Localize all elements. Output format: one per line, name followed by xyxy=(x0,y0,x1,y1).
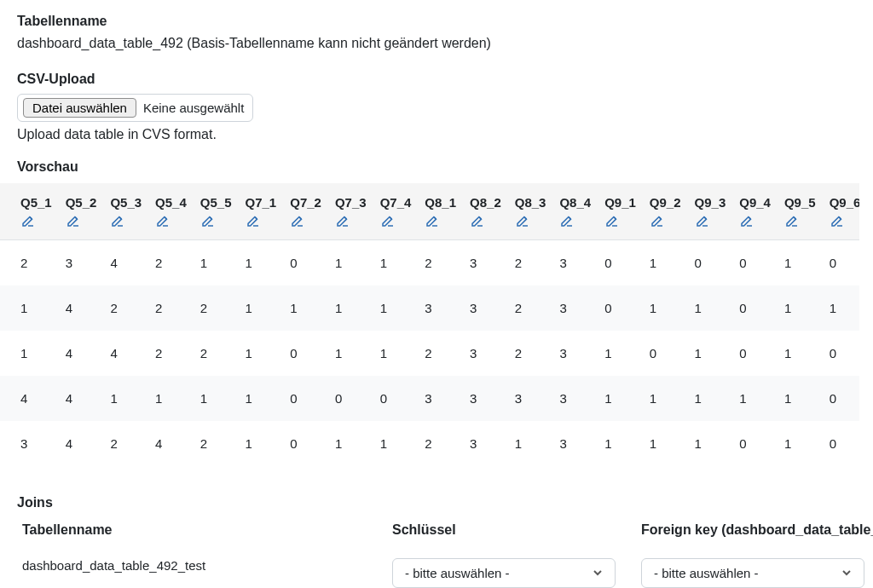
column-header: Q5_5 xyxy=(194,183,239,240)
table-cell: 1 xyxy=(328,285,373,331)
table-cell: 1 xyxy=(239,285,284,331)
table-cell: 2 xyxy=(103,421,148,466)
table-cell: 3 xyxy=(508,376,553,421)
table-cell: 1 xyxy=(328,240,373,286)
foreign-key-select-value: - bitte auswählen - xyxy=(654,566,759,580)
table-cell: 0 xyxy=(328,376,373,421)
column-header: Q8_4 xyxy=(552,183,598,240)
csv-upload-section: CSV-Upload Datei auswählen Keine ausgewä… xyxy=(17,72,859,142)
table-cell: 3 xyxy=(552,376,598,421)
csv-upload-heading: CSV-Upload xyxy=(17,72,859,87)
table-cell: 2 xyxy=(508,285,553,331)
edit-icon[interactable] xyxy=(739,213,771,231)
edit-icon[interactable] xyxy=(784,213,816,231)
table-cell: 3 xyxy=(463,376,508,421)
table-row: 234211011232301001000113 xyxy=(0,240,859,286)
joins-header-tablename: Tabellenname xyxy=(17,516,367,548)
column-header-label: Q9_4 xyxy=(739,195,771,210)
table-cell: 1 xyxy=(328,331,373,376)
table-cell: 2 xyxy=(418,240,463,286)
table-cell: 1 xyxy=(373,421,419,466)
edit-icon[interactable] xyxy=(290,213,321,231)
table-cell: 0 xyxy=(732,421,778,466)
table-cell: 1 xyxy=(239,376,284,421)
table-cell: 3 xyxy=(552,421,598,466)
table-cell: 3 xyxy=(552,331,598,376)
joins-row-tablename: dashboard_data_table_492_test xyxy=(17,548,367,588)
column-header-label: Q9_1 xyxy=(604,195,636,210)
table-cell: 0 xyxy=(732,285,778,331)
table-cell: 1 xyxy=(194,376,239,421)
key-select[interactable]: - bitte auswählen - xyxy=(392,558,616,588)
table-cell: 2 xyxy=(194,285,239,331)
table-cell: 0 xyxy=(643,331,688,376)
column-header-label: Q5_1 xyxy=(20,195,52,210)
column-header-label: Q9_3 xyxy=(695,195,726,210)
edit-icon[interactable] xyxy=(830,213,859,231)
table-cell: 3 xyxy=(0,421,59,466)
edit-icon[interactable] xyxy=(515,213,546,231)
column-header: Q8_3 xyxy=(508,183,553,240)
table-cell: 1 xyxy=(328,421,373,466)
table-cell: 2 xyxy=(194,331,239,376)
edit-icon[interactable] xyxy=(425,213,456,231)
table-cell: 3 xyxy=(463,331,508,376)
foreign-key-select[interactable]: - bitte auswählen - xyxy=(641,558,864,588)
edit-icon[interactable] xyxy=(604,213,636,231)
column-header-label: Q5_5 xyxy=(200,195,232,210)
column-header: Q7_4 xyxy=(373,183,419,240)
edit-icon[interactable] xyxy=(335,213,367,231)
table-cell: 1 xyxy=(598,421,643,466)
preview-section: Vorschau Q5_1Q5_2Q5_3Q5_4Q5_5Q7_1Q7_2Q7_… xyxy=(17,159,859,466)
table-cell: 1 xyxy=(688,421,733,466)
edit-icon[interactable] xyxy=(695,213,726,231)
edit-icon[interactable] xyxy=(559,213,591,231)
edit-icon[interactable] xyxy=(200,213,232,231)
column-header: Q7_3 xyxy=(328,183,373,240)
preview-heading: Vorschau xyxy=(17,159,859,175)
file-picker[interactable]: Datei auswählen Keine ausgewählt xyxy=(17,94,253,122)
choose-file-button[interactable]: Datei auswählen xyxy=(23,98,136,118)
table-cell: 1 xyxy=(778,421,823,466)
edit-icon[interactable] xyxy=(650,213,681,231)
key-select-value: - bitte auswählen - xyxy=(405,566,510,580)
table-cell: 2 xyxy=(194,421,239,466)
table-cell: 3 xyxy=(552,285,598,331)
column-header: Q5_2 xyxy=(59,183,104,240)
table-cell: 0 xyxy=(823,331,859,376)
table-cell: 0 xyxy=(283,240,328,286)
edit-icon[interactable] xyxy=(155,213,187,231)
tablename-section: Tabellenname dashboard_data_table_492 (B… xyxy=(17,14,859,51)
table-cell: 1 xyxy=(643,376,688,421)
table-cell: 0 xyxy=(283,331,328,376)
edit-icon[interactable] xyxy=(66,213,97,231)
edit-icon[interactable] xyxy=(20,213,52,231)
table-cell: 2 xyxy=(148,285,194,331)
edit-icon[interactable] xyxy=(470,213,501,231)
edit-icon[interactable] xyxy=(380,213,412,231)
table-cell: 1 xyxy=(239,240,284,286)
edit-icon[interactable] xyxy=(110,213,142,231)
table-cell: 1 xyxy=(688,331,733,376)
column-header-label: Q7_4 xyxy=(380,195,412,210)
tablename-heading: Tabellenname xyxy=(17,14,859,29)
preview-table-wrapper: Q5_1Q5_2Q5_3Q5_4Q5_5Q7_1Q7_2Q7_3Q7_4Q8_1… xyxy=(0,183,859,466)
table-row: 144221011232310101000110 xyxy=(0,331,859,376)
table-cell: 3 xyxy=(552,240,598,286)
table-cell: 1 xyxy=(823,285,859,331)
table-cell: 1 xyxy=(148,376,194,421)
joins-header-foreign-key: Foreign key (dashboard_data_table_492_) xyxy=(636,516,864,548)
chevron-down-icon xyxy=(841,566,852,580)
joins-heading: Joins xyxy=(17,495,859,510)
table-cell: 1 xyxy=(239,331,284,376)
column-header-label: Q5_2 xyxy=(66,195,97,210)
table-cell: 1 xyxy=(373,331,419,376)
edit-icon[interactable] xyxy=(246,213,277,231)
column-header: Q7_1 xyxy=(239,183,284,240)
column-header-label: Q7_2 xyxy=(290,195,321,210)
table-row: 342421011231311101000111 xyxy=(0,421,859,466)
table-cell: 0 xyxy=(688,240,733,286)
csv-upload-hint: Upload data table in CVS format. xyxy=(17,127,859,142)
table-cell: 3 xyxy=(59,240,104,286)
table-cell: 2 xyxy=(148,331,194,376)
